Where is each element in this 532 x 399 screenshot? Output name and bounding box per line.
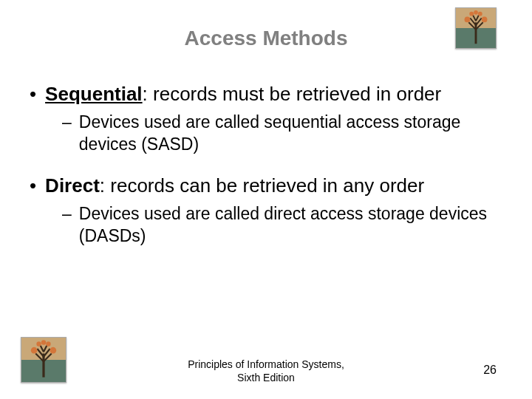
sub-bullet-item: – Devices used are called sequential acc…	[62, 111, 502, 155]
svg-point-6	[474, 10, 478, 15]
slide-title: Access Methods	[0, 27, 532, 50]
svg-point-9	[31, 347, 38, 354]
bullet-text: Direct: records can be retrieved in any …	[45, 173, 424, 198]
sub-bullet-marker: –	[62, 202, 72, 247]
slide-content: • Sequential: records must be retrieved …	[0, 81, 532, 247]
logo-top	[455, 7, 497, 49]
svg-point-4	[469, 12, 474, 16]
sub-bullet-item: – Devices used are called direct access …	[62, 202, 502, 247]
sub-bullet-text: Devices used are called direct access st…	[79, 202, 502, 247]
bullet-item: • Sequential: records must be retrieved …	[30, 81, 502, 106]
svg-point-11	[36, 341, 41, 346]
sub-bullet-text: Devices used are called sequential acces…	[79, 111, 502, 155]
bullet-text: Sequential: records must be retrieved in…	[45, 81, 441, 106]
svg-point-2	[465, 17, 471, 23]
page-number: 26	[483, 364, 497, 377]
svg-point-12	[46, 341, 50, 346]
sub-bullet-marker: –	[62, 111, 72, 155]
svg-point-5	[478, 12, 482, 16]
footer-text: Principles of Information Systems, Sixth…	[0, 358, 532, 384]
svg-point-3	[482, 17, 488, 23]
bullet-item: • Direct: records can be retrieved in an…	[30, 173, 502, 198]
bullet-marker: •	[30, 81, 36, 106]
svg-point-10	[50, 347, 57, 354]
svg-point-13	[41, 340, 46, 344]
bullet-marker: •	[30, 173, 36, 198]
